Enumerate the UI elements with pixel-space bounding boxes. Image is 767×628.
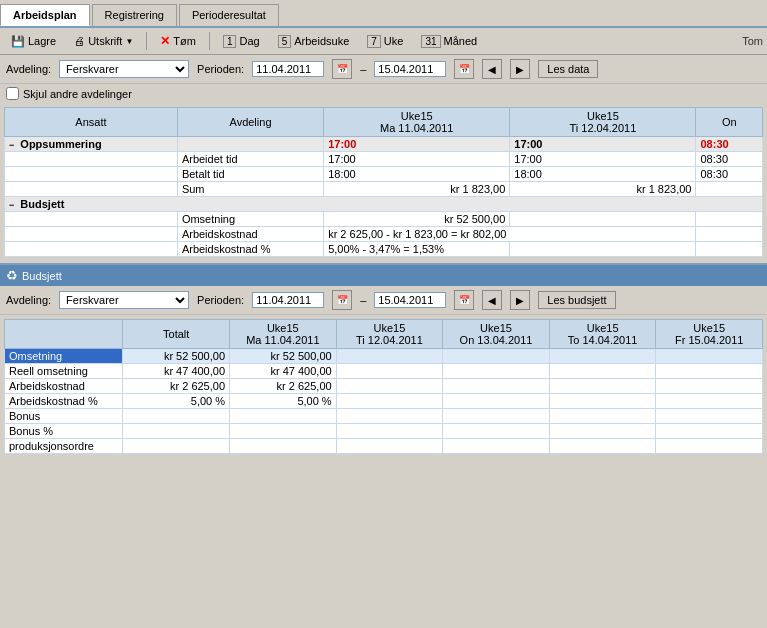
budget-grid: Totalt Uke15 Ma 11.04.2011 Uke15 Ti 12.0… [4,319,763,454]
budget-cell-totalt [123,409,230,424]
budget-row-label: produksjonsordre [5,439,123,454]
skjul-andre-avdelinger-label: Skjul andre avdelinger [23,88,132,100]
main-grid: Ansatt Avdeling Uke15 Ma 11.04.2011 Uke1… [4,107,763,257]
budget-row[interactable]: Omsetningkr 52 500,00kr 52 500,00 [5,349,763,364]
les-data-button[interactable]: Les data [538,60,598,78]
week-num-badge: 7 [367,35,381,48]
tab-registrering[interactable]: Registrering [92,4,177,26]
budget-cell-to [549,409,656,424]
budget-cell-on [443,439,550,454]
separator2 [209,32,210,50]
budget-row[interactable]: produksjonsordre [5,439,763,454]
omsetning-empty [5,212,178,227]
sum-label: Sum [177,182,323,197]
arbeidskostnad-pct-empty [5,242,178,257]
tab-arbeidsplan[interactable]: Arbeidsplan [0,4,90,26]
arbeidskostnad-label: Arbeidskostnad [177,227,323,242]
budget-cell-totalt: kr 52 500,00 [123,349,230,364]
budget-cell-ma: 5,00 % [230,394,337,409]
oppsummering-row: − Oppsummering 17:00 17:00 08:30 [5,137,763,152]
print-button[interactable]: 🖨 Utskrift ▼ [67,32,140,50]
month-num-badge: 31 [421,35,440,48]
nav-next-button[interactable]: ▶ [510,59,530,79]
date-to-picker-button[interactable]: 📅 [454,59,474,79]
budget-cell-on [443,349,550,364]
budget-cell-fr [656,439,763,454]
col-header-uke15-ma: Uke15 Ma 11.04.2011 [324,108,510,137]
budget-avdeling-select[interactable]: Ferskvarer [59,291,189,309]
day-button[interactable]: 1 Dag [216,32,267,51]
budget-cell-ti [336,379,443,394]
nav-prev-button[interactable]: ◀ [482,59,502,79]
arbeidskostnad-on [696,227,763,242]
budget-cell-ti [336,424,443,439]
skjul-andre-avdelinger-checkbox[interactable] [6,87,19,100]
budget-row-label: Reell omsetning [5,364,123,379]
omsetning-row: Omsetning kr 52 500,00 [5,212,763,227]
budget-row[interactable]: Arbeidskostnadkr 2 625,00kr 2 625,00 [5,379,763,394]
arbeidskostnad-empty [5,227,178,242]
arbeidet-tid-empty [5,152,178,167]
arbeidskostnad-pct-val: 5,00% - 3,47% = 1,53% [324,242,510,257]
print-icon: 🖨 [74,35,85,47]
save-button[interactable]: 💾 Lagre [4,32,63,51]
clear-button[interactable]: ✕ Tøm [153,31,203,51]
budget-cell-ma [230,424,337,439]
budget-cell-ma [230,409,337,424]
budget-nav-next-button[interactable]: ▶ [510,290,530,310]
oppsummering-avd [177,137,323,152]
budget-row[interactable]: Bonus % [5,424,763,439]
date-from-picker-button[interactable]: 📅 [332,59,352,79]
arbeidet-tid-on: 08:30 [696,152,763,167]
week-button[interactable]: 7 Uke [360,32,410,51]
budget-row[interactable]: Arbeidskostnad %5,00 %5,00 % [5,394,763,409]
avdeling-select[interactable]: Ferskvarer [59,60,189,78]
arbeidet-tid-row: Arbeidet tid 17:00 17:00 08:30 [5,152,763,167]
budget-cell-fr [656,349,763,364]
clear-icon: ✕ [160,34,170,48]
betalt-tid-on: 08:30 [696,167,763,182]
month-button[interactable]: 31 Måned [414,32,484,51]
budget-cell-ti [336,349,443,364]
budget-row-label: Arbeidskostnad [5,379,123,394]
budget-cell-to [549,394,656,409]
date-to-input[interactable] [374,61,446,77]
arbeidet-tid-ma: 17:00 [324,152,510,167]
budget-cell-on [443,409,550,424]
budget-nav-prev-button[interactable]: ◀ [482,290,502,310]
main-table-wrapper: Ansatt Avdeling Uke15 Ma 11.04.2011 Uke1… [0,103,767,261]
oppsummering-on: 08:30 [696,137,763,152]
budget-cell-to [549,349,656,364]
date-from-input[interactable] [252,61,324,77]
budget-cell-to [549,424,656,439]
oppsummering-ma: 17:00 [324,137,510,152]
workweek-button[interactable]: 5 Arbeidsuke [271,32,357,51]
budget-cell-on [443,394,550,409]
tab-perioderesultat[interactable]: Perioderesultat [179,4,279,26]
budget-date-from-picker-button[interactable]: 📅 [332,290,352,310]
omsetning-ti [510,212,696,227]
budsjett-expand-icon[interactable]: − [9,200,14,210]
budget-icon: ♻ [6,268,18,283]
budget-date-separator: – [360,294,366,306]
budget-date-to-picker-button[interactable]: 📅 [454,290,474,310]
budget-cell-on [443,424,550,439]
budget-cell-fr [656,424,763,439]
budget-cell-ma: kr 2 625,00 [230,379,337,394]
arbeidskostnad-pct-label: Arbeidskostnad % [177,242,323,257]
expand-icon[interactable]: − [9,140,14,150]
arbeidskostnad-pct-ti [510,242,696,257]
arbeidskostnad-row: Arbeidskostnad kr 2 625,00 - kr 1 823,00… [5,227,763,242]
budget-col-ma: Uke15 Ma 11.04.2011 [230,320,337,349]
oppsummering-ti: 17:00 [510,137,696,152]
budget-cell-fr [656,379,763,394]
arbeidskostnad-val: kr 2 625,00 - kr 1 823,00 = kr 802,00 [324,227,696,242]
budget-row[interactable]: Reell omsetningkr 47 400,00kr 47 400,00 [5,364,763,379]
budget-date-to-input[interactable] [374,292,446,308]
sum-empty [5,182,178,197]
budget-cell-ma: kr 47 400,00 [230,364,337,379]
budget-cell-ti [336,364,443,379]
les-budsjett-button[interactable]: Les budsjett [538,291,615,309]
budget-row[interactable]: Bonus [5,409,763,424]
budget-date-from-input[interactable] [252,292,324,308]
